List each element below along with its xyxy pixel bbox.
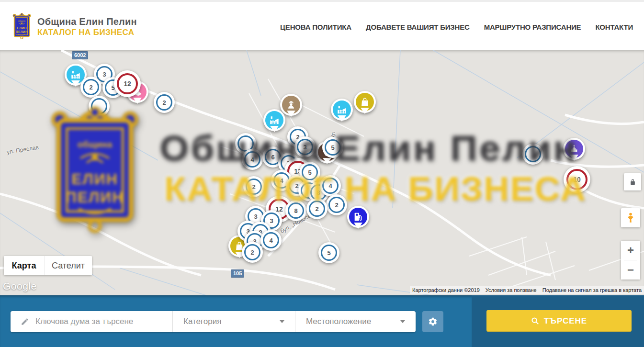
attribution-copyright: Картографски данни ©2019 xyxy=(412,287,480,293)
nav-route-schedule[interactable]: МАРШРУТНО РАЗПИСАНИЕ xyxy=(484,23,581,31)
cluster-count xyxy=(91,98,107,114)
cluster-marker[interactable]: 2 xyxy=(326,194,347,215)
fuel-pump-icon xyxy=(353,212,363,222)
pegman-button[interactable] xyxy=(621,208,640,227)
map-canvas[interactable]: ул. Преславбул. „Новоселци“ци6002105 325… xyxy=(0,50,644,295)
search-button[interactable]: ТЪРСЕНЕ xyxy=(486,310,632,332)
brand-logo[interactable]: Община Елин Пелин КАТАЛОГ НА БИЗНЕСА xyxy=(11,12,137,41)
pencil-icon xyxy=(21,317,29,326)
search-fields: Категория Местоположение xyxy=(11,311,416,332)
map-attribution: Картографски данни ©2019Условия за ползв… xyxy=(410,286,644,294)
factory-icon xyxy=(337,104,347,115)
zoom-control: + − xyxy=(621,241,640,280)
location-select[interactable]: Местоположение xyxy=(295,311,416,332)
nav-pricing[interactable]: ЦЕНОВА ПОЛИТИКА xyxy=(280,23,351,31)
map-type-satellite-button[interactable]: Сателит xyxy=(44,256,92,275)
lock-button[interactable] xyxy=(624,173,641,190)
cluster-count: 2 xyxy=(328,197,345,213)
map-type-control: Карта Сателит xyxy=(4,256,92,275)
pin-factory[interactable] xyxy=(331,99,353,121)
cluster-marker[interactable]: 8 xyxy=(285,200,306,221)
cluster-count: 5 xyxy=(325,139,341,156)
cluster-count: 4 xyxy=(244,151,260,168)
brand-text: Община Елин Пелин КАТАЛОГ НА БИЗНЕСА xyxy=(37,16,137,37)
cluster-marker[interactable]: 2 xyxy=(154,92,175,113)
pin-worker[interactable] xyxy=(280,94,302,116)
cluster-marker[interactable]: 10 xyxy=(564,166,590,193)
church-icon xyxy=(569,144,579,154)
map-type-map-button[interactable]: Карта xyxy=(4,256,44,275)
search-icon xyxy=(531,317,539,325)
municipality-emblem-icon xyxy=(11,12,33,41)
location-select-label: Местоположение xyxy=(306,317,371,326)
search-button-label: ТЪРСЕНЕ xyxy=(544,316,587,326)
cluster-marker[interactable]: 5 xyxy=(322,137,343,158)
page: Община Елин Пелин КАТАЛОГ НА БИЗНЕСА ЦЕН… xyxy=(0,0,644,347)
cluster-count: 10 xyxy=(566,169,588,190)
factory-icon xyxy=(70,69,81,80)
cluster-marker[interactable]: 4 xyxy=(242,149,263,170)
header: Община Елин Пелин КАТАЛОГ НА БИЗНЕСА ЦЕН… xyxy=(0,0,644,50)
cluster-marker[interactable] xyxy=(89,96,110,117)
attribution-link[interactable]: Подаване на сигнал за грешка в картата xyxy=(542,287,642,293)
settings-button[interactable] xyxy=(422,311,443,332)
cluster-marker[interactable] xyxy=(522,144,543,165)
cluster-count: 8 xyxy=(288,202,304,219)
cluster-marker[interactable]: 12 xyxy=(114,70,141,97)
cluster-marker[interactable]: 4 xyxy=(320,175,341,196)
zoom-in-button[interactable]: + xyxy=(621,241,640,260)
cluster-count: 2 xyxy=(244,244,260,260)
pin-bag[interactable] xyxy=(354,91,376,113)
attribution-link[interactable]: Условия за ползване xyxy=(486,287,537,293)
cluster-marker[interactable]: 2 xyxy=(306,198,328,219)
cluster-marker[interactable]: 2 xyxy=(242,242,263,263)
cluster-count: 3 xyxy=(297,139,313,155)
category-select[interactable]: Категория xyxy=(172,311,295,332)
cluster-count: 4 xyxy=(322,178,339,194)
cluster-count: 2 xyxy=(246,179,262,195)
nav-add-business[interactable]: ДОБАВЕТЕ ВАШИЯТ БИЗНЕС xyxy=(366,23,470,31)
factory-icon xyxy=(269,115,280,125)
chevron-down-icon xyxy=(280,320,284,323)
search-right-panel: ТЪРСЕНЕ xyxy=(472,295,644,347)
nav-contacts[interactable]: КОНТАКТИ xyxy=(595,23,633,31)
pin-factory[interactable] xyxy=(263,109,285,131)
cluster-marker[interactable]: 2 xyxy=(80,77,102,98)
cluster-count xyxy=(525,146,541,162)
google-logo[interactable]: Google xyxy=(3,280,37,292)
shopping-bag-icon xyxy=(360,97,370,107)
cluster-count: 2 xyxy=(156,94,172,111)
keyword-field xyxy=(11,311,172,332)
main-nav: ЦЕНОВА ПОЛИТИКАДОБАВЕТЕ ВАШИЯТ БИЗНЕСМАР… xyxy=(280,2,633,52)
cluster-marker[interactable]: 4 xyxy=(260,230,282,251)
worker-icon xyxy=(286,100,296,110)
chevron-down-icon xyxy=(400,320,405,323)
category-select-label: Категория xyxy=(183,317,221,326)
map-markers: 325122246735135242784212823338342510 xyxy=(0,50,644,295)
lock-icon xyxy=(629,179,636,186)
keyword-input[interactable] xyxy=(35,317,172,326)
cluster-count: 4 xyxy=(263,232,279,248)
cluster-count: 2 xyxy=(309,201,325,217)
gear-icon xyxy=(428,317,438,326)
pegman-icon xyxy=(625,212,636,224)
cluster-marker[interactable]: 5 xyxy=(318,242,339,263)
cluster-count: 2 xyxy=(83,79,99,95)
cluster-marker[interactable]: 2 xyxy=(243,176,264,197)
brand-title: Община Елин Пелин xyxy=(37,16,137,27)
pin-fuel[interactable] xyxy=(347,206,369,228)
pin-church[interactable] xyxy=(563,138,585,160)
cluster-marker[interactable]: 3 xyxy=(294,136,316,157)
zoom-out-button[interactable]: − xyxy=(621,260,640,280)
cluster-count: 12 xyxy=(117,73,138,94)
search-bar: Категория Местоположение ТЪРСЕНЕ xyxy=(0,295,644,347)
brand-subtitle: КАТАЛОГ НА БИЗНЕСА xyxy=(37,28,137,37)
cluster-count: 5 xyxy=(321,245,337,261)
